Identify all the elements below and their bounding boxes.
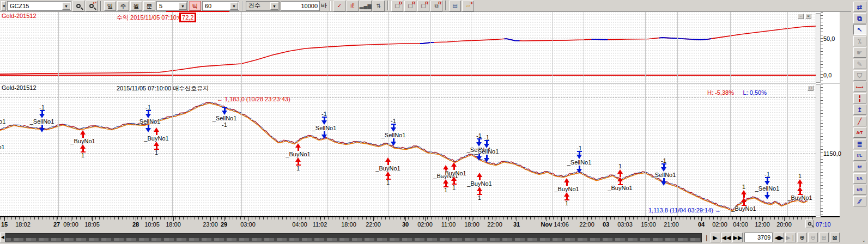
time-label: 18:00 xyxy=(341,221,356,228)
horizontal-line-icon[interactable]: •—• xyxy=(853,82,866,92)
search-back-icon[interactable]: ↩ xyxy=(86,1,98,11)
zoom-in-button[interactable]: ⊕ xyxy=(797,233,807,242)
period-day-button[interactable]: 일 xyxy=(104,1,116,11)
refresh-icon[interactable]: ⇄ xyxy=(853,2,866,12)
rewind-button[interactable]: ◀◀ xyxy=(721,233,732,242)
play-button[interactable]: ▶ xyxy=(711,233,720,242)
sell-arrow-icon xyxy=(391,138,397,146)
save-icon[interactable]: ▤ xyxy=(449,1,461,11)
toolbar-icon-group: ✓ıl!▂▄▆⇅▢D▢R▢R⧉R▤▱➜ xyxy=(333,1,474,11)
search-icon[interactable] xyxy=(72,1,84,11)
volume-bars-icon[interactable]: ▂▄▆ xyxy=(360,1,372,11)
chevron-down-icon[interactable]: ▼ xyxy=(179,2,187,10)
session-gridline xyxy=(730,12,731,83)
count-combobox[interactable]: 건수 ▼ xyxy=(246,1,280,11)
open-icon[interactable]: ▱➜ xyxy=(462,1,474,11)
minimize-button[interactable]: − xyxy=(798,14,804,19)
chevron-down-icon[interactable]: ▼ xyxy=(230,2,238,10)
chart-tools-icon[interactable]: ⛉ xyxy=(853,70,866,81)
compare-chart-icon[interactable]: ⧉ xyxy=(853,13,866,23)
sell-signal-marker: _SellNo1-1 xyxy=(207,107,242,128)
parallel-lines-icon[interactable]: ≣ xyxy=(853,139,866,149)
profit-pane-scrollbar[interactable] xyxy=(816,13,821,83)
current-time-label: 07:10 xyxy=(816,221,831,228)
drawing-toolbar: ⇄⧉↖⁒☛✎⛉•—•╏↥╱A⁄T≣f/Lf/ff/Af/R∕∕ ⌄ xyxy=(851,0,868,244)
minute-combobox[interactable]: 5 ▼ xyxy=(156,1,188,11)
session-gridline xyxy=(787,12,788,83)
session-gridline xyxy=(471,12,471,83)
template-r3-icon[interactable]: ⧉R xyxy=(430,1,442,11)
price-axis: 1150,0 xyxy=(821,84,840,217)
signal-bars-icon[interactable]: ıl! xyxy=(347,1,359,11)
time-label: 15 xyxy=(1,221,8,228)
time-label: 04:00 xyxy=(733,221,748,228)
zoom-out-button: ⊖ xyxy=(808,233,818,242)
fib-arc-icon[interactable]: f/A xyxy=(853,173,866,184)
edit-hand-icon[interactable]: ✎ xyxy=(853,59,866,69)
bars-count-input[interactable] xyxy=(281,1,320,11)
buy-arrow-icon xyxy=(154,127,160,135)
buy-arrow-icon xyxy=(451,162,457,170)
chevron-down-icon[interactable]: ▼ xyxy=(62,2,70,10)
period-month-button[interactable]: 월 xyxy=(130,1,142,11)
session-gridline xyxy=(327,84,327,216)
template-r2-icon[interactable]: ▢R xyxy=(417,1,429,11)
sell-signal-label: _SellNo1 xyxy=(562,159,597,166)
sell-signal-label: _SellNo1 xyxy=(25,118,59,125)
forward-button[interactable]: ▶▶ xyxy=(732,233,743,242)
tick-button[interactable]: 틱 xyxy=(189,1,201,11)
buy-arrow-icon xyxy=(295,143,301,151)
close-button[interactable]: ⊠ xyxy=(830,233,840,242)
time-search-icon[interactable] xyxy=(805,219,814,228)
close-icon[interactable]: × xyxy=(805,14,811,19)
chevron-down-icon[interactable]: ▼ xyxy=(270,2,278,10)
bottom-navigation-bar: ◀ ❘ ▶◀◀▶▶ ◀▶▶❘⊕⊖⊞⊠ xyxy=(0,231,840,244)
axis-label-0: 0,0 xyxy=(823,72,831,78)
crosshair-percent-icon[interactable]: ⁒ xyxy=(853,36,866,46)
session-gridline xyxy=(430,12,431,83)
diagonal-lines-icon[interactable]: ∕∕ xyxy=(853,196,866,206)
period-week-button[interactable]: 주 xyxy=(117,1,129,11)
tick-period-combobox[interactable]: 60 ▼ xyxy=(202,1,239,11)
major-tick xyxy=(701,217,702,221)
overview-minimap[interactable] xyxy=(5,233,702,242)
fib-lines-icon[interactable]: f/L xyxy=(853,150,866,161)
template-r1-icon[interactable]: ▢R xyxy=(404,1,416,11)
trendline-icon[interactable]: ╱ xyxy=(853,116,866,126)
price-pane[interactable]: Gold-201512 2015/11/05 07:10:00 매수신호유지 H… xyxy=(0,84,816,217)
fib-fan-icon[interactable]: f/f xyxy=(853,162,866,172)
price-pane-title: Gold-201512 xyxy=(2,84,37,91)
buy-arrow-icon xyxy=(80,144,86,152)
profit-pane[interactable]: Gold-201512 수익 2015/11/05 07:10:072,2 − … xyxy=(0,12,816,83)
more-chevron-icon[interactable]: ⌄ xyxy=(861,237,866,243)
sort-arrows-icon[interactable]: ⇅ xyxy=(373,1,385,11)
time-axis[interactable]: 1518:022709:0018:052810:0518:0023:002903… xyxy=(0,217,840,231)
buy-signal-marker: _BuyNo11 xyxy=(371,157,405,186)
toolbar-grip[interactable]: ◂ xyxy=(1,1,6,11)
major-tick xyxy=(320,217,320,221)
sell-arrow-icon xyxy=(39,125,45,132)
scroll-left-button[interactable]: ◀ xyxy=(0,233,5,242)
vertical-line-icon[interactable]: ╏ xyxy=(853,93,866,103)
buy-arrow-icon xyxy=(741,198,747,205)
period-minute-button[interactable]: 분 xyxy=(143,1,155,11)
price-arrow-icon[interactable]: ↥ xyxy=(853,105,866,115)
compare-button[interactable]: ◀▶ xyxy=(774,233,784,242)
time-label: 04 xyxy=(698,221,705,228)
buy-signal-label: _BuyNo1 xyxy=(462,180,497,187)
indicator-check-icon[interactable]: ✓ xyxy=(333,1,345,11)
new-chart-icon[interactable]: ▢D xyxy=(391,1,403,11)
symbol-combobox[interactable]: GCZ15 ▼ xyxy=(7,1,71,11)
sell-signal-marker: -1_SellNo1 xyxy=(562,145,597,173)
major-tick xyxy=(495,217,495,221)
time-label: Nov xyxy=(541,221,553,228)
draw-hand-icon[interactable]: ☛ xyxy=(853,47,866,58)
cursor-icon[interactable]: ↖ xyxy=(853,25,866,35)
price-pane-scrollbar[interactable] xyxy=(816,84,821,216)
text-tool-icon[interactable]: A⁄T xyxy=(853,127,866,138)
restore-button[interactable]: □ xyxy=(808,86,814,91)
fib-retracement-icon[interactable]: f/R xyxy=(853,185,866,195)
bar-count-input[interactable] xyxy=(744,233,773,242)
buy-qty-label: 1 xyxy=(462,194,497,201)
buy-qty-label: 1 xyxy=(0,158,10,164)
